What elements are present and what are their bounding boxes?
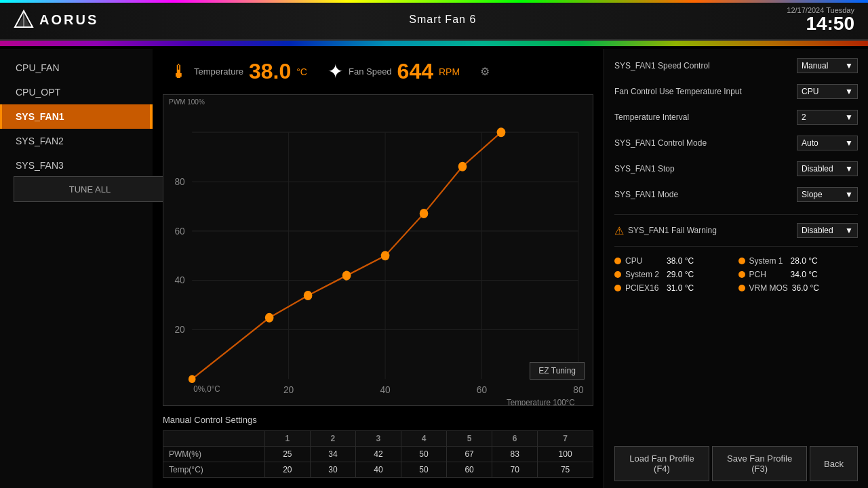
temp-6[interactable]: 70: [492, 462, 538, 478]
temp-3[interactable]: 40: [355, 462, 401, 478]
control-select-2[interactable]: 2 ▼: [797, 110, 858, 125]
temp-dot: [614, 285, 621, 291]
temp-item-cpu: CPU 38.0 °C: [614, 256, 734, 266]
temp-value: 34.0 °C: [791, 270, 818, 279]
pwm-3[interactable]: 42: [355, 447, 401, 462]
save-fan-profile-button[interactable]: Save Fan Profile (F3): [712, 446, 807, 481]
table-row: Temp(°C) 20 30 40 50 60 70 75: [163, 462, 593, 478]
back-button[interactable]: Back: [810, 446, 858, 481]
fan-speed-label: Fan Speed: [349, 66, 392, 77]
svg-text:Temperature 100°C: Temperature 100°C: [507, 397, 575, 405]
temp-value: 28.0 °C: [791, 256, 818, 266]
ez-tuning-button[interactable]: EZ Tuning: [530, 362, 585, 380]
svg-point-28: [458, 162, 467, 171]
chart-svg[interactable]: 20 40 60 80 20 40 60 80 0%,0°C Temperatu…: [163, 95, 593, 405]
datetime-display: 12/17/2024 Tuesday 14:50: [787, 6, 854, 33]
control-label-1: Fan Control Use Temperature Input: [614, 87, 742, 96]
logo-text: AORUS: [39, 12, 98, 28]
svg-text:20: 20: [283, 384, 294, 396]
bottom-buttons: Load Fan Profile (F4) Save Fan Profile (…: [614, 439, 858, 481]
sidebar-item-cpu-fan[interactable]: CPU_FAN: [0, 56, 153, 80]
tune-all-button[interactable]: TUNE ALL: [14, 176, 166, 202]
temp-value: 29.0 °C: [667, 270, 694, 279]
rainbow-decoration: [0, 0, 868, 3]
control-row-3: SYS_FAN1 Control Mode Auto ▼: [614, 133, 858, 153]
settings-icon[interactable]: ⚙: [480, 65, 490, 78]
temp-name: VRM MOS: [749, 283, 788, 293]
temp-dot: [738, 271, 745, 278]
sidebar-item-cpu-opt[interactable]: CPU_OPT: [0, 80, 153, 104]
temperature-unit: °C: [296, 66, 307, 77]
fan-curve-chart[interactable]: PWM 100% 20 40 60 80 20 40: [163, 94, 593, 406]
sidebar-item-sys-fan3[interactable]: SYS_FAN3: [0, 153, 153, 178]
fail-warning-label: SYS_FAN1 Fail Warning: [628, 226, 717, 235]
control-label-2: Temperature Interval: [614, 113, 689, 122]
control-select-0[interactable]: Manual ▼: [797, 58, 858, 73]
temperature-value: 38.0: [249, 59, 291, 84]
svg-point-27: [420, 209, 429, 218]
header: AORUS Smart Fan 6 12/17/2024 Tuesday 14:…: [0, 0, 868, 41]
svg-text:0%,0°C: 0%,0°C: [193, 384, 220, 394]
svg-text:60: 60: [477, 384, 487, 396]
fan-speed-unit: RPM: [439, 66, 460, 77]
col-header-5: 5: [447, 431, 492, 447]
divider-2: [614, 246, 858, 247]
control-label-4: SYS_FAN1 Stop: [614, 164, 675, 174]
temp-item-vrm-mos: VRM MOS 36.0 °C: [738, 283, 859, 293]
col-header-6: 6: [492, 431, 538, 447]
center-panel: 🌡 Temperature 38.0 °C ✦ Fan Speed 644 RP…: [153, 49, 604, 488]
svg-text:80: 80: [573, 384, 583, 396]
temp-item-pciex16: PCIEX16 31.0 °C: [614, 283, 734, 293]
fan-speed-value: 644: [397, 59, 433, 84]
table-row: PWM(%) 25 34 42 50 67 83 100: [163, 447, 593, 462]
control-value-3: Auto: [802, 138, 818, 148]
dropdown-arrow-3: ▼: [845, 138, 853, 148]
aorus-logo-icon: [14, 9, 34, 30]
temp-2[interactable]: 30: [310, 462, 355, 478]
pwm-4[interactable]: 50: [401, 447, 446, 462]
col-header-4: 4: [401, 431, 446, 447]
dropdown-arrow-0: ▼: [845, 61, 853, 70]
fail-warning-row: ⚠ SYS_FAN1 Fail Warning Disabled ▼: [614, 223, 858, 238]
thermometer-icon: 🌡: [170, 60, 189, 83]
control-row-0: SYS_FAN1 Speed Control Manual ▼: [614, 56, 858, 76]
temp-1[interactable]: 20: [264, 462, 310, 478]
manual-settings-section: Manual Control Settings 1 2 3 4 5 6 7: [163, 411, 593, 481]
fail-warning-select[interactable]: Disabled ▼: [797, 223, 858, 238]
svg-text:40: 40: [380, 384, 390, 396]
temp-5[interactable]: 60: [447, 462, 492, 478]
control-select-3[interactable]: Auto ▼: [797, 136, 858, 150]
pwm-1[interactable]: 25: [264, 447, 310, 462]
control-row-4: SYS_FAN1 Stop Disabled ▼: [614, 159, 858, 179]
app-title: Smart Fan 6: [409, 14, 476, 26]
sidebar-item-sys-fan2[interactable]: SYS_FAN2: [0, 129, 153, 153]
temperature-grid: CPU 38.0 °C System 1 28.0 °C System 2 29…: [614, 256, 858, 293]
dropdown-arrow: ▼: [845, 226, 853, 235]
svg-point-26: [381, 251, 390, 260]
temp-item-system-2: System 2 29.0 °C: [614, 270, 734, 279]
pwm-5[interactable]: 67: [447, 447, 492, 462]
svg-point-24: [304, 291, 313, 300]
svg-text:20: 20: [174, 323, 184, 335]
fan-icon: ✦: [328, 60, 343, 83]
col-header-2: 2: [310, 431, 355, 447]
pwm-6[interactable]: 83: [492, 447, 538, 462]
pwm-2[interactable]: 34: [310, 447, 355, 462]
sidebar-item-sys-fan1[interactable]: SYS_FAN1: [0, 104, 153, 129]
control-select-1[interactable]: CPU ▼: [797, 84, 858, 99]
svg-text:60: 60: [174, 225, 184, 237]
temp-dot: [738, 258, 745, 264]
warning-icon: ⚠: [614, 224, 624, 237]
control-select-4[interactable]: Disabled ▼: [797, 161, 858, 176]
temp-7[interactable]: 75: [538, 462, 593, 478]
control-select-5[interactable]: Slope ▼: [797, 187, 858, 202]
logo: AORUS: [14, 9, 98, 30]
main-content: CPU_FAN CPU_OPT SYS_FAN1 SYS_FAN2 SYS_FA…: [0, 49, 868, 488]
time-display: 14:50: [806, 14, 854, 33]
temp-name: System 1: [749, 256, 787, 266]
pwm-label: PWM(%): [163, 447, 265, 462]
pwm-7[interactable]: 100: [538, 447, 593, 462]
temp-value: 31.0 °C: [667, 283, 694, 293]
load-fan-profile-button[interactable]: Load Fan Profile (F4): [614, 446, 709, 481]
temp-4[interactable]: 50: [401, 462, 446, 478]
